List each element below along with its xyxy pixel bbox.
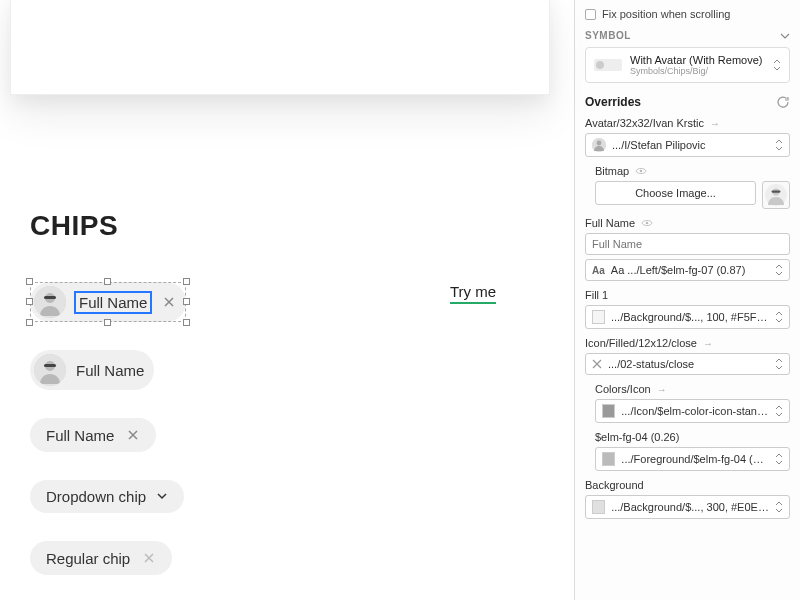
choose-image-button[interactable]: Choose Image... xyxy=(595,181,756,205)
artboard-preview xyxy=(10,0,550,95)
section-title: CHIPS xyxy=(30,210,186,242)
override-fullname-label: Full Name xyxy=(585,217,790,229)
chevron-down-icon xyxy=(780,31,790,41)
fg04-dropdown[interactable]: .../Foreground/$elm-fg-04 (0.26) xyxy=(595,447,790,471)
chip-label-editing[interactable]: Full Name xyxy=(74,291,152,314)
override-fill1-label: Fill 1 xyxy=(585,289,790,301)
avatar-icon xyxy=(34,286,66,318)
arrow-right-icon[interactable]: → xyxy=(703,338,713,349)
fill1-dropdown[interactable]: .../Background/$..., 100, #F5F5F5)* xyxy=(585,305,790,329)
symbol-path: Symbols/Chips/Big/ xyxy=(630,66,762,76)
overrides-title: Overrides xyxy=(585,95,641,109)
chevron-updown-icon xyxy=(775,405,783,417)
svg-rect-5 xyxy=(44,364,56,367)
inspector-panel: Fix position when scrolling SYMBOL With … xyxy=(574,0,800,600)
override-avatar-label: Avatar/32x32/Ivan Krstic → xyxy=(585,117,790,129)
close-icon[interactable] xyxy=(160,293,178,311)
svg-point-7 xyxy=(597,141,602,146)
chevron-updown-icon xyxy=(775,358,783,370)
chip-dropdown[interactable]: Dropdown chip xyxy=(30,480,184,513)
chip-avatar-remove[interactable]: Full Name xyxy=(30,350,154,390)
iconclose-dropdown[interactable]: .../02-status/close xyxy=(585,353,790,375)
close-icon[interactable] xyxy=(124,426,142,444)
avatar-icon xyxy=(592,138,606,152)
textstyle-dropdown[interactable]: Aa Aa .../Left/$elm-fg-07 (0.87) xyxy=(585,259,790,281)
chip-regular[interactable]: Regular chip xyxy=(30,541,172,575)
fix-position-label: Fix position when scrolling xyxy=(602,8,730,20)
symbol-selector[interactable]: With Avatar (With Remove) Symbols/Chips/… xyxy=(585,47,790,83)
chevron-updown-icon xyxy=(775,264,783,276)
svg-rect-11 xyxy=(772,191,781,193)
arrow-right-icon[interactable]: → xyxy=(657,384,667,395)
try-me-link[interactable]: Try me xyxy=(450,283,496,304)
override-background-label: Background xyxy=(585,479,790,491)
visibility-icon[interactable] xyxy=(641,218,653,228)
canvas-area[interactable]: CHIPS Full Name xyxy=(0,0,574,600)
avatar-icon xyxy=(34,354,66,386)
svg-point-8 xyxy=(640,170,643,173)
chip-label: Regular chip xyxy=(44,550,132,567)
svg-point-12 xyxy=(646,222,649,225)
fullname-text-field[interactable] xyxy=(592,238,783,250)
chevron-updown-icon xyxy=(775,453,783,465)
chevron-down-icon xyxy=(156,490,170,504)
colorsicon-dropdown[interactable]: .../Icon/$elm-color-icon-standard xyxy=(595,399,790,423)
symbol-section-header[interactable]: SYMBOL xyxy=(585,30,790,41)
symbol-thumbnail-icon xyxy=(594,59,622,71)
color-swatch-icon xyxy=(592,310,605,324)
override-avatar-dropdown[interactable]: .../I/Stefan Pilipovic xyxy=(585,133,790,157)
fullname-input[interactable] xyxy=(585,233,790,255)
close-icon xyxy=(592,359,602,369)
image-thumbnail[interactable] xyxy=(762,181,790,209)
color-swatch-icon xyxy=(602,404,615,418)
fix-position-checkbox[interactable] xyxy=(585,9,596,20)
reset-icon[interactable] xyxy=(776,95,790,109)
chip-label: Full Name xyxy=(74,362,146,379)
chevron-updown-icon xyxy=(773,59,781,71)
selected-chip-wrapper[interactable]: Full Name xyxy=(30,282,186,322)
background-dropdown[interactable]: .../Background/$..., 300, #E0E0E0) xyxy=(585,495,790,519)
arrow-right-icon[interactable]: → xyxy=(710,118,720,129)
chevron-updown-icon xyxy=(775,501,783,513)
chip-plain-remove[interactable]: Full Name xyxy=(30,418,156,452)
close-icon[interactable] xyxy=(140,549,158,567)
chevron-updown-icon xyxy=(775,311,783,323)
symbol-name: With Avatar (With Remove) xyxy=(630,54,762,66)
textstyle-icon: Aa xyxy=(592,265,605,276)
svg-rect-2 xyxy=(44,296,56,299)
chevron-updown-icon xyxy=(775,139,783,151)
override-iconclose-label: Icon/Filled/12x12/close → xyxy=(585,337,790,349)
color-swatch-icon xyxy=(602,452,615,466)
visibility-icon[interactable] xyxy=(635,166,647,176)
chip-avatar-remove-selected[interactable]: Full Name xyxy=(30,282,186,322)
color-swatch-icon xyxy=(592,500,605,514)
override-fg04-label: $elm-fg-04 (0.26) xyxy=(595,431,790,443)
override-colorsicon-label: Colors/Icon → xyxy=(595,383,790,395)
chip-label: Dropdown chip xyxy=(44,488,148,505)
chip-label: Full Name xyxy=(44,427,116,444)
override-bitmap-label: Bitmap xyxy=(595,165,790,177)
